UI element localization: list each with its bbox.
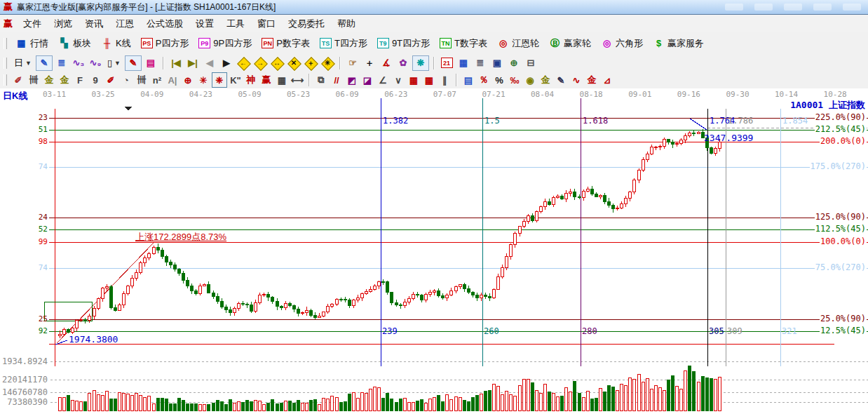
toolbtn-t-table[interactable]: TNT数字表 <box>440 37 487 50</box>
drawtool-width-tool[interactable]: ⟷ <box>290 73 304 87</box>
menu-item[interactable]: 江恩 <box>109 16 140 32</box>
toolbtn-9p-square[interactable]: P99P四方形 <box>198 37 252 50</box>
menu-item[interactable]: 交易委托 <box>282 16 331 32</box>
toolbtn-calculator[interactable]: ▦ <box>456 56 471 70</box>
toolbtn-zoom-all[interactable]: ✳ <box>320 56 334 70</box>
drawtool-boxed-star[interactable]: ❈ <box>212 72 227 88</box>
toolbtn-t-square[interactable]: TST四方形 <box>320 37 367 50</box>
toolbtn-last-bar[interactable]: ▶| <box>185 56 201 70</box>
drawtool-v-lines[interactable]: ∨ <box>391 73 405 87</box>
toolbtn-crosshair-tool[interactable]: ＋ <box>362 56 377 70</box>
drawtool-k-mark[interactable]: K" <box>229 73 243 87</box>
titlebar-faint-item[interactable] <box>754 4 773 11</box>
drawtool-knife-tool[interactable]: ✐ <box>11 73 25 87</box>
drawtool-gold-fence-1[interactable]: 金 <box>42 73 56 87</box>
toolbtn-wave-9[interactable]: ∿₉ <box>88 56 103 70</box>
drawtool-star-tool[interactable]: ✳ <box>196 73 210 87</box>
toolbtn-hand-tool[interactable]: ☞ <box>345 56 360 70</box>
toolbtn-prev-bar[interactable]: ◀ <box>202 56 217 70</box>
drawtool-red-wave[interactable]: ∿ <box>569 73 583 87</box>
toolbtn-first-bar[interactable]: |◀ <box>168 56 184 70</box>
toolbtn-calendar[interactable]: 21 <box>439 56 454 70</box>
drawtool-gold-fence-2[interactable]: 金 <box>57 73 72 87</box>
drawtool-red-grid-2[interactable]: ▦ <box>422 73 436 87</box>
toolbtn-save[interactable]: ▣ <box>489 56 505 70</box>
toolbtn-brain-tool[interactable]: ❋ <box>412 55 429 71</box>
drawtool-gold-circle[interactable]: ◉ <box>523 73 537 87</box>
toolbtn-zoom-out[interactable]: ✕ <box>287 56 301 70</box>
drawtool-j-angle[interactable]: ⊿ <box>600 73 614 87</box>
toolbtn-ornament-tool[interactable]: ✿ <box>395 56 411 70</box>
drawtool-shen-tool[interactable]: 神 <box>244 73 258 87</box>
menu-item[interactable]: 设置 <box>189 16 220 32</box>
drawtool-pen-bars[interactable]: ✎ <box>554 73 568 87</box>
toolbtn-label: T数字表 <box>454 37 487 50</box>
drawtool-purple-fan-2[interactable]: ◪ <box>360 73 374 87</box>
titlebar-faint-item[interactable] <box>725 4 743 11</box>
drawtool-gold-lines[interactable]: 金 <box>538 73 552 87</box>
menu-item[interactable]: 工具 <box>220 16 251 32</box>
toolbtn-quotes[interactable]: ▦行情 <box>15 37 48 50</box>
toolbtn-wave-3[interactable]: ∿₃ <box>71 56 86 70</box>
titlebar-faint-item[interactable] <box>843 4 861 11</box>
chart-pane[interactable]: 日K线 1A0001 上证指数 上涨172.2899点8.73% 1974.38… <box>0 88 868 414</box>
toolbtn-period-selector[interactable]: 日▼ <box>12 56 34 70</box>
toolbtn-notepad[interactable]: ≣ <box>473 56 488 70</box>
drawtool-percent-tool[interactable]: % <box>492 73 506 87</box>
drawtool-gold-underline[interactable]: 金 <box>585 73 599 87</box>
drawtool-ying-tool[interactable]: 赢 <box>259 73 273 87</box>
drawtool-parallel-lines[interactable]: ∥ <box>438 73 452 87</box>
drawtool-text-tool[interactable]: A| <box>165 73 179 87</box>
drawtool-box-measure[interactable]: ⧉ <box>314 73 328 87</box>
toolbtn-zoom-horizontal[interactable]: ↔ <box>270 56 284 70</box>
drawtool-red-grid-1[interactable]: ▦ <box>407 73 421 87</box>
drawtool-gann-circle[interactable]: ⊕ <box>181 73 195 87</box>
drawtool-percent-level[interactable]: ‰ <box>508 73 522 87</box>
menu-item[interactable]: 公式选股 <box>140 16 189 32</box>
toolbtn-next-bar[interactable]: ▶ <box>219 56 234 70</box>
titlebar-faint-item[interactable] <box>784 4 802 11</box>
date-tick: 08-04 <box>531 90 554 99</box>
drawtool-clock-fence[interactable]: ◔ <box>119 73 133 87</box>
toolbtn-pan-right[interactable]: → <box>253 56 267 70</box>
toolbtn-winner-wheel[interactable]: Ⓑ赢家轮 <box>549 37 591 50</box>
toolbtn-candle-style[interactable]: ▯▼ <box>105 56 123 70</box>
drawtool-red-knife[interactable]: ✐ <box>104 73 118 87</box>
drawtool-spiral-9[interactable]: 9 <box>88 73 102 87</box>
toolbtn-zoom-in[interactable]: ＋ <box>304 56 318 70</box>
toolbtn-workstation[interactable]: ⊟ <box>523 56 538 70</box>
toolbtn-network[interactable]: ⊕ <box>506 56 522 70</box>
toolbtn-9t-square[interactable]: T99T四方形 <box>377 37 430 50</box>
toolbtn-pan-left[interactable]: ← <box>236 56 250 70</box>
menu-item[interactable]: 文件 <box>17 16 48 32</box>
menu-item[interactable]: 浏览 <box>48 16 79 32</box>
menu-item[interactable]: 资讯 <box>79 16 109 32</box>
drawtool-purple-fan-1[interactable]: ◩ <box>345 73 359 87</box>
drawtool-f-fence[interactable]: F <box>73 73 87 87</box>
drawtool-red-fan[interactable]: // <box>330 73 344 87</box>
drawtool-fence-tool[interactable]: 卌 <box>27 73 41 87</box>
toolbtn-sectors[interactable]: ▚板块 <box>58 37 91 50</box>
toolbtn-p-square[interactable]: PSP四方形 <box>141 37 189 50</box>
toolbtn-winner-service[interactable]: $赢家服务 <box>653 37 704 50</box>
toolbtn-draw-mode-blue[interactable]: ✎ <box>36 55 53 71</box>
toolbtn-info-list[interactable]: ≣ <box>54 56 69 70</box>
toolbtn-histogram[interactable]: ▤ <box>143 56 158 70</box>
toolbtn-angle-tool[interactable]: ∡ <box>379 56 394 70</box>
drawtool-ruler-tool[interactable]: ▤ <box>461 73 475 87</box>
toolbtn-kline[interactable]: ╫K线 <box>101 37 131 50</box>
drawtool-fence-2[interactable]: 卌 <box>135 73 149 87</box>
toolbtn-p-table[interactable]: PNP数字表 <box>262 37 310 50</box>
drawtool-n-squared[interactable]: n² <box>150 73 164 87</box>
menu-item[interactable]: 窗口 <box>251 16 282 32</box>
drawtool-percent-line[interactable]: ％ <box>477 73 491 87</box>
time-ratio-label: 1.382 <box>383 116 408 126</box>
toolbtn-gann-wheel[interactable]: ◎江恩轮 <box>497 37 539 50</box>
drawtool-grid-123[interactable]: ▦ <box>275 73 289 87</box>
title-bar[interactable]: 赢 赢家江恩专业版[赢家内部服务平台] - [上证指数 SH1A0001-167… <box>0 0 868 15</box>
drawtool-angle-lines[interactable]: ∠ <box>376 73 390 87</box>
toolbtn-draw-mode-red[interactable]: ✎ <box>125 55 142 71</box>
titlebar-faint-item[interactable] <box>813 4 832 11</box>
toolbtn-hexagon[interactable]: ◎六角形 <box>601 37 643 50</box>
menu-item[interactable]: 帮助 <box>331 16 362 32</box>
